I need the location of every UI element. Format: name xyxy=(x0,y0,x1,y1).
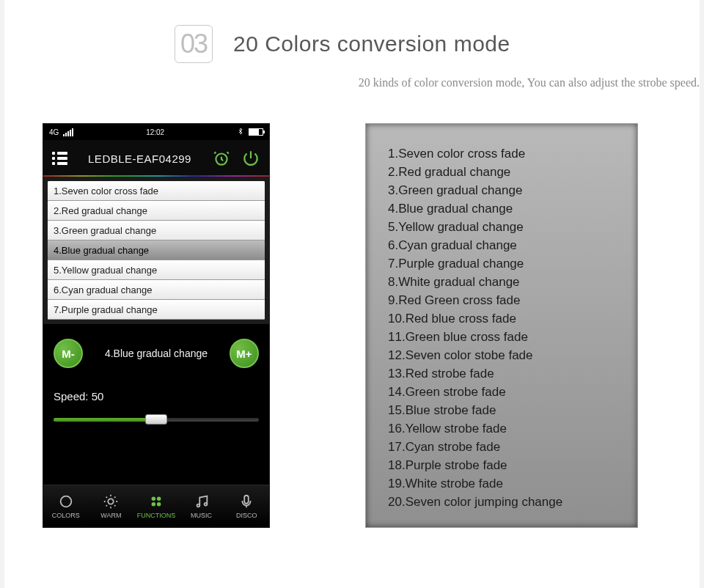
power-icon[interactable] xyxy=(241,149,260,168)
tab-warm[interactable]: WARM xyxy=(89,485,134,527)
tab-disco[interactable]: DISCO xyxy=(224,485,269,527)
mode-line: 9.Red Green cross fade xyxy=(388,291,615,309)
mode-line: 8.White gradual change xyxy=(388,273,615,291)
signal-icon xyxy=(63,128,73,136)
tab-label: FUNCTIONS xyxy=(137,512,176,519)
clock-label: 12:02 xyxy=(146,128,164,136)
warm-icon xyxy=(103,493,119,510)
svg-point-3 xyxy=(152,497,156,501)
mode-line: 12.Seven color stobe fade xyxy=(388,346,615,364)
mode-list-row[interactable]: 2.Red gradual change xyxy=(48,201,265,221)
tab-music[interactable]: MUSIC xyxy=(179,485,224,527)
mode-line: 7.Purple gradual change xyxy=(388,254,615,273)
next-mode-button[interactable]: M+ xyxy=(230,339,259,368)
speed-slider[interactable] xyxy=(54,413,259,426)
prev-mode-button[interactable]: M- xyxy=(54,339,83,368)
mode-list-row[interactable]: 6.Cyan gradual change xyxy=(48,280,265,300)
mode-list-row[interactable]: 1.Seven color cross fade xyxy=(48,181,265,201)
mode-line: 11.Green blue cross fade xyxy=(388,328,615,346)
functions-icon xyxy=(148,493,164,510)
disco-icon xyxy=(238,493,254,510)
menu-icon[interactable] xyxy=(52,152,67,165)
mode-line: 15.Blue strobe fade xyxy=(388,401,615,419)
mode-list-row[interactable]: 5.Yellow gradual change xyxy=(48,260,265,280)
battery-icon xyxy=(249,128,263,136)
mode-controls: M- 4.Blue gradual change M+ xyxy=(43,324,269,375)
bluetooth-icon xyxy=(237,128,244,136)
mode-list[interactable]: 1.Seven color cross fade2.Red gradual ch… xyxy=(43,177,269,324)
mode-line: 17.Cyan strobe fade xyxy=(388,438,615,456)
mode-list-row[interactable]: 7.Purple gradual change xyxy=(48,300,265,320)
colors-icon xyxy=(58,493,74,510)
current-mode-label: 4.Blue gradual change xyxy=(105,348,208,359)
modes-panel: 1.Seven color cross fade2.Red gradual ch… xyxy=(365,123,638,528)
mode-line: 6.Cyan gradual change xyxy=(388,236,615,254)
svg-point-1 xyxy=(60,496,71,507)
app-header: LEDBLE-EAF04299 xyxy=(43,140,269,177)
tab-label: COLORS xyxy=(52,512,80,519)
mode-list-row[interactable]: 3.Green gradual change xyxy=(48,221,265,240)
tab-label: DISCO xyxy=(236,512,257,519)
section-subtitle: 20 kinds of color conversion mode, You c… xyxy=(0,76,704,89)
page-edge xyxy=(0,0,4,588)
svg-point-8 xyxy=(204,503,207,506)
svg-point-6 xyxy=(157,502,161,507)
alarm-icon[interactable] xyxy=(212,149,231,168)
svg-point-2 xyxy=(109,499,114,504)
svg-point-4 xyxy=(157,497,161,501)
section-number: 03 xyxy=(180,29,207,59)
mode-line: 20.Seven color jumping change xyxy=(388,493,615,511)
mode-line: 19.White strobe fade xyxy=(388,474,615,493)
tab-functions[interactable]: FUNCTIONS xyxy=(133,485,179,527)
tab-label: WARM xyxy=(100,512,121,519)
bottom-tabs: COLORSWARMFUNCTIONSMUSICDISCO xyxy=(43,485,269,527)
mode-line: 10.Red blue cross fade xyxy=(388,309,615,328)
section-number-badge: 03 xyxy=(175,25,213,63)
status-bar: 4G 12:02 xyxy=(43,124,269,140)
svg-point-5 xyxy=(152,502,156,507)
mode-line: 18.Purple strobe fade xyxy=(388,456,615,474)
page-edge xyxy=(700,0,704,588)
speed-control: Speed: 50 xyxy=(43,375,269,444)
mode-line: 3.Green gradual change xyxy=(388,181,615,199)
section-header: 03 20 Colors conversion mode xyxy=(0,0,704,63)
device-title: LEDBLE-EAF04299 xyxy=(88,152,191,165)
tab-label: MUSIC xyxy=(191,512,212,519)
mode-line: 13.Red strobe fade xyxy=(388,364,615,383)
mode-line: 14.Green strobe fade xyxy=(388,383,615,401)
phone-screenshot: 4G 12:02 LEDBLE-EAF04299 xyxy=(43,123,270,528)
mode-list-row[interactable]: 4.Blue gradual change xyxy=(48,240,265,260)
tab-colors[interactable]: COLORS xyxy=(43,485,89,527)
network-label: 4G xyxy=(49,128,59,136)
mode-line: 2.Red gradual change xyxy=(388,163,615,181)
svg-point-7 xyxy=(197,504,199,507)
speed-label: Speed: 50 xyxy=(54,390,259,403)
section-title: 20 Colors conversion mode xyxy=(233,32,510,56)
mode-line: 4.Blue gradual change xyxy=(388,199,615,218)
music-icon xyxy=(194,493,210,510)
mode-line: 1.Seven color cross fade xyxy=(388,144,615,163)
mode-line: 5.Yellow gradual change xyxy=(388,218,615,236)
svg-rect-9 xyxy=(244,496,249,504)
mode-line: 16.Yellow strobe fade xyxy=(388,419,615,438)
